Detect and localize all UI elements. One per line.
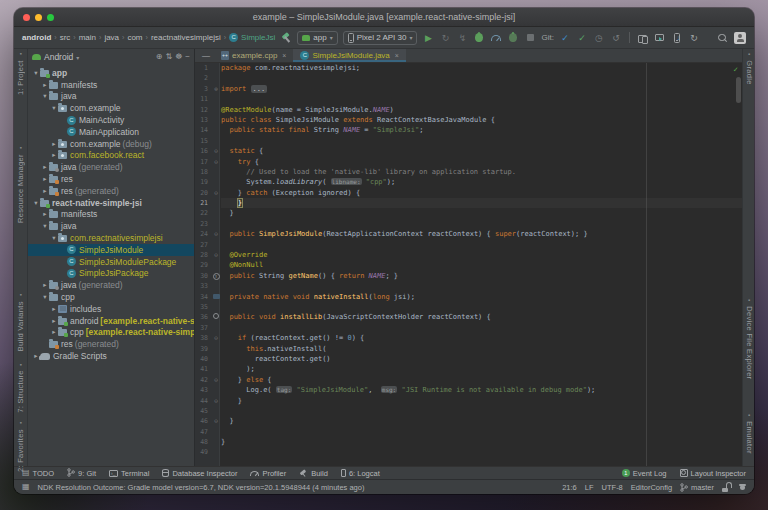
chevron-collapsed-icon[interactable]: ▸ bbox=[50, 151, 58, 159]
breadcrumb-item[interactable]: com bbox=[127, 33, 142, 42]
chevron-collapsed-icon[interactable]: ▸ bbox=[41, 210, 49, 218]
user-profile-button[interactable] bbox=[734, 32, 746, 44]
tool-window-button-resource-manager[interactable]: Resource Manager bbox=[16, 145, 25, 223]
chevron-collapsed-icon[interactable]: ▸ bbox=[41, 175, 49, 183]
tool-window-button-6-logcat[interactable]: 6: Logcat bbox=[341, 469, 380, 478]
tree-item-res[interactable]: ▸res(generated) bbox=[28, 185, 194, 197]
chevron-collapsed-icon[interactable]: ▸ bbox=[41, 187, 49, 195]
tree-item-com-example[interactable]: ▸com.example(debug) bbox=[28, 138, 194, 150]
hide-panel-button[interactable]: − bbox=[185, 52, 190, 62]
editorconfig-widget[interactable]: EditorConfig bbox=[631, 483, 672, 492]
tool-window-button-1-project[interactable]: 1: Project bbox=[16, 51, 25, 95]
chevron-expanded-icon[interactable]: ▾ bbox=[50, 234, 58, 242]
tool-window-toggle-icon[interactable]: ▦ bbox=[22, 483, 30, 491]
close-tab-icon[interactable]: × bbox=[395, 52, 399, 59]
caret-position-widget[interactable]: 21:6 bbox=[562, 483, 577, 492]
build-project-button[interactable] bbox=[280, 32, 292, 44]
editor-tab-example-cpp[interactable]: example.cpp× bbox=[214, 49, 293, 62]
tree-item-includes[interactable]: ▸includes bbox=[28, 303, 194, 315]
stop-button[interactable] bbox=[524, 32, 536, 44]
device-select[interactable]: Pixel 2 API 30 ▾ bbox=[343, 31, 418, 45]
tree-item-manifests[interactable]: ▸manifests bbox=[28, 79, 194, 91]
tree-item-gradle-scripts[interactable]: ▸Gradle Scripts bbox=[28, 350, 194, 362]
tool-window-button-7-structure[interactable]: 7: Structure bbox=[16, 361, 25, 413]
line-ending-widget[interactable]: LF bbox=[585, 483, 594, 492]
tree-item-java[interactable]: ▾java bbox=[28, 220, 194, 232]
close-tab-icon[interactable]: × bbox=[282, 52, 286, 59]
sync-gradle-button[interactable]: ↻ bbox=[688, 32, 700, 44]
chevron-expanded-icon[interactable]: ▾ bbox=[41, 222, 49, 230]
readonly-toggle[interactable] bbox=[722, 482, 731, 492]
tool-window-button-build[interactable]: Build bbox=[299, 469, 328, 478]
native-method-icon[interactable] bbox=[213, 294, 220, 299]
chevron-expanded-icon[interactable]: ▾ bbox=[32, 69, 40, 77]
tree-item-res[interactable]: ▸res bbox=[28, 173, 194, 185]
close-window-button[interactable] bbox=[23, 14, 30, 21]
apply-code-changes-button[interactable]: ↯ bbox=[456, 32, 468, 44]
tree-item-manifests[interactable]: ▸manifests bbox=[28, 209, 194, 221]
locate-file-button[interactable]: ⊕ bbox=[156, 52, 163, 62]
attach-debugger-button[interactable] bbox=[507, 32, 519, 44]
tree-item-java[interactable]: ▸java(generated) bbox=[28, 161, 194, 173]
method-marker-icon[interactable] bbox=[213, 313, 219, 319]
code-editor[interactable]: 1package com.reactnativesimplejsi;23⊕imp… bbox=[195, 63, 742, 466]
chevron-expanded-icon[interactable]: ▾ bbox=[41, 293, 49, 301]
git-update-button[interactable]: ✓ bbox=[559, 32, 571, 44]
minimize-window-button[interactable] bbox=[35, 14, 42, 21]
git-commit-button[interactable]: ✓ bbox=[576, 32, 588, 44]
tool-window-button-layout-inspector[interactable]: Layout Inspector bbox=[680, 469, 746, 478]
encoding-widget[interactable]: UTF-8 bbox=[602, 483, 623, 492]
tool-window-button-emulator[interactable]: Emulator bbox=[745, 412, 754, 454]
tree-item-simplejsipackage[interactable]: SimpleJsiPackage bbox=[28, 268, 194, 280]
breadcrumb-item[interactable]: android bbox=[22, 33, 51, 42]
tool-window-button-9-git[interactable]: 9: Git bbox=[67, 468, 96, 479]
breadcrumb-item[interactable]: src bbox=[60, 33, 71, 42]
tree-item-java[interactable]: ▸java(generated) bbox=[28, 279, 194, 291]
panel-settings-button[interactable]: ☸ bbox=[175, 52, 182, 62]
running-devices-button[interactable] bbox=[654, 32, 666, 44]
search-everywhere-button[interactable] bbox=[716, 32, 728, 44]
tree-item-simplejsimodule[interactable]: SimpleJsiModule bbox=[28, 244, 194, 256]
tree-item-mainactivity[interactable]: MainActivity bbox=[28, 114, 194, 126]
tree-item-app[interactable]: ▾app bbox=[28, 67, 194, 79]
tool-window-button-profiler[interactable]: Profiler bbox=[250, 469, 286, 478]
tool-window-button-todo[interactable]: ▤TODO bbox=[22, 469, 54, 478]
tree-item-cpp[interactable]: ▾cpp bbox=[28, 291, 194, 303]
run-button[interactable]: ▶ bbox=[422, 32, 434, 44]
git-branch-widget[interactable]: master bbox=[680, 483, 714, 492]
tree-item-react-native-simple-jsi[interactable]: ▾react-native-simple-jsi bbox=[28, 197, 194, 209]
tree-item-simplejsimodulepackage[interactable]: SimpleJsiModulePackage bbox=[28, 256, 194, 268]
tree-item-res[interactable]: res(generated) bbox=[28, 338, 194, 350]
chevron-collapsed-icon[interactable]: ▸ bbox=[50, 305, 58, 313]
git-history-button[interactable]: ◷ bbox=[593, 32, 605, 44]
tool-window-button-2-favorites[interactable]: 2: Favorites bbox=[16, 420, 25, 472]
tool-window-button-event-log[interactable]: 1Event Log bbox=[622, 469, 667, 478]
project-view-selector[interactable]: Android bbox=[44, 52, 73, 62]
breadcrumb-current-file[interactable]: SimpleJsi bbox=[229, 33, 275, 42]
tree-item-com-reactnativesimplejsi[interactable]: ▾com.reactnativesimplejsi bbox=[28, 232, 194, 244]
maximize-window-button[interactable] bbox=[47, 14, 54, 21]
debug-button[interactable] bbox=[473, 32, 485, 44]
breadcrumb-item[interactable]: java bbox=[104, 33, 119, 42]
tool-window-button-terminal[interactable]: Terminal bbox=[109, 469, 149, 478]
tree-item-android[interactable]: ▸android[example.react-native-simple-jsi… bbox=[28, 315, 194, 327]
sdk-manager-button[interactable]: ↓ bbox=[671, 32, 683, 44]
tree-item-com-facebook-react[interactable]: ▸com.facebook.react bbox=[28, 150, 194, 162]
chevron-collapsed-icon[interactable]: ▸ bbox=[41, 163, 49, 171]
chevron-collapsed-icon[interactable]: ▸ bbox=[41, 81, 49, 89]
tool-window-button-build-variants[interactable]: Build Variants bbox=[16, 292, 25, 351]
tree-item-mainapplication[interactable]: MainApplication bbox=[28, 126, 194, 138]
chevron-expanded-icon[interactable]: ▾ bbox=[50, 104, 58, 112]
override-marker-icon[interactable] bbox=[213, 273, 220, 280]
run-configuration-select[interactable]: app ▾ bbox=[297, 31, 337, 45]
apply-changes-button[interactable]: ↻ bbox=[439, 32, 451, 44]
profile-button[interactable] bbox=[490, 32, 502, 44]
tree-item-java[interactable]: ▾java bbox=[28, 91, 194, 103]
chevron-expanded-icon[interactable]: ▾ bbox=[32, 199, 40, 207]
chevron-expanded-icon[interactable]: ▾ bbox=[41, 92, 49, 100]
breadcrumb-item[interactable]: main bbox=[79, 33, 96, 42]
tool-window-button-database-inspector[interactable]: Database Inspector bbox=[162, 469, 237, 478]
chevron-collapsed-icon[interactable]: ▸ bbox=[50, 328, 58, 336]
chevron-collapsed-icon[interactable]: ▸ bbox=[41, 281, 49, 289]
device-manager-button[interactable] bbox=[637, 32, 649, 44]
